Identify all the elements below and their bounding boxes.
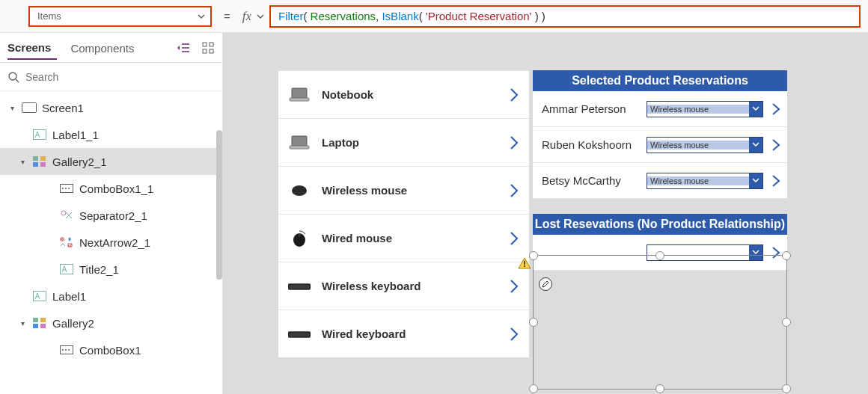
combobox-value: Wireless mouse xyxy=(647,105,749,114)
gallery-icon xyxy=(31,155,48,168)
property-name: Items xyxy=(37,10,61,22)
svg-rect-37 xyxy=(524,261,525,265)
product-combobox[interactable] xyxy=(647,244,763,261)
svg-rect-3 xyxy=(210,49,213,53)
product-name: Wireless mouse xyxy=(322,184,496,197)
combobox-dropdown-button[interactable] xyxy=(749,102,762,117)
product-combobox[interactable]: Wireless mouse xyxy=(647,137,763,153)
chevron-right-icon[interactable] xyxy=(507,135,522,150)
svg-point-4 xyxy=(9,73,16,80)
search-icon xyxy=(7,71,19,83)
right-column: Selected Product Reservations Ammar Pete… xyxy=(533,70,787,271)
formula-token: 'Product Reservation' xyxy=(426,10,532,22)
formula-input[interactable]: Filter ( Reservations , IsBlank ( 'Produ… xyxy=(269,5,861,28)
svg-point-12 xyxy=(62,188,64,189)
svg-rect-20 xyxy=(40,318,46,322)
svg-rect-19 xyxy=(33,318,38,322)
chevron-down-icon xyxy=(256,12,265,21)
svg-rect-21 xyxy=(33,324,38,328)
formula-token: Filter xyxy=(278,10,303,22)
product-row[interactable]: Wired mouse xyxy=(278,214,529,262)
svg-rect-5 xyxy=(22,103,37,113)
svg-rect-9 xyxy=(33,162,38,167)
tree-item-label1[interactable]: ▾ Label1 xyxy=(0,283,222,310)
formula-token: IsBlank xyxy=(382,10,418,22)
edit-template-button[interactable] xyxy=(539,277,552,291)
svg-rect-6 xyxy=(34,130,46,140)
formula-token: ) xyxy=(539,10,545,22)
chevron-right-icon[interactable] xyxy=(507,231,522,246)
tree-item-combobox1[interactable]: ComboBox1 xyxy=(0,336,222,363)
combobox-dropdown-button[interactable] xyxy=(749,173,762,188)
chevron-down-icon xyxy=(197,12,206,21)
warning-icon xyxy=(518,257,531,269)
product-row[interactable]: Notebook xyxy=(278,70,529,118)
svg-point-26 xyxy=(68,349,70,351)
screen-icon xyxy=(21,101,37,114)
tree-item-nextarrow2-1[interactable]: NextArrow2_1 xyxy=(0,229,222,256)
product-name: Wired mouse xyxy=(322,232,496,244)
tab-screens[interactable]: Screens xyxy=(7,35,57,60)
tab-components[interactable]: Components xyxy=(70,36,140,59)
svg-rect-34 xyxy=(290,285,309,289)
fx-button[interactable]: fx xyxy=(242,9,265,24)
product-name: Wireless keyboard xyxy=(322,280,496,292)
selection-outline xyxy=(533,255,787,390)
svg-rect-29 xyxy=(292,136,307,146)
product-row[interactable]: Wireless keyboard xyxy=(278,262,529,310)
svg-point-25 xyxy=(65,349,67,351)
product-row[interactable]: Laptop xyxy=(278,118,529,166)
next-arrow[interactable] xyxy=(771,173,781,188)
product-thumbnail xyxy=(287,134,311,152)
products-gallery[interactable]: NotebookLaptopWireless mouseWired mouseW… xyxy=(278,70,529,357)
tree-item-title2-1[interactable]: Title2_1 xyxy=(0,256,222,283)
combobox-dropdown-button[interactable] xyxy=(749,245,762,260)
product-name: Laptop xyxy=(322,136,496,149)
product-combobox[interactable]: Wireless mouse xyxy=(647,101,763,117)
tree-scrollbar[interactable] xyxy=(216,130,222,280)
lost-reservation-row[interactable] xyxy=(533,235,787,271)
svg-rect-27 xyxy=(292,88,307,98)
svg-rect-18 xyxy=(34,292,46,301)
person-name: Ammar Peterson xyxy=(542,102,639,115)
next-arrow[interactable] xyxy=(771,138,781,153)
chevron-right-icon[interactable] xyxy=(507,183,522,198)
next-arrow[interactable] xyxy=(771,245,781,260)
product-row[interactable]: Wireless mouse xyxy=(278,166,529,214)
tree-item-combobox1-1[interactable]: ComboBox1_1 xyxy=(0,175,222,202)
chevron-down-icon xyxy=(752,250,760,256)
svg-rect-0 xyxy=(203,43,207,46)
combobox-dropdown-button[interactable] xyxy=(749,138,762,153)
product-combobox[interactable]: Wireless mouse xyxy=(647,173,763,189)
tree-item-screen1[interactable]: ▾ Screen1 xyxy=(0,94,222,121)
svg-rect-36 xyxy=(290,333,309,336)
svg-rect-7 xyxy=(33,156,38,161)
grid-view-icon[interactable] xyxy=(201,41,215,55)
reservation-row[interactable]: Ammar PetersonWireless mouse xyxy=(533,91,787,127)
chevron-right-icon[interactable] xyxy=(507,279,522,294)
reservation-row[interactable]: Betsy McCarthyWireless mouse xyxy=(533,163,787,199)
label-icon xyxy=(31,128,48,141)
tree-item-gallery2[interactable]: ▾ Gallery2 xyxy=(0,310,222,336)
design-canvas[interactable]: NotebookLaptopWireless mouseWired mouseW… xyxy=(223,33,868,394)
person-name: Ruben Kokshoorn xyxy=(542,138,639,151)
svg-point-31 xyxy=(292,185,307,196)
svg-rect-8 xyxy=(40,156,46,161)
formula-token: Reservations xyxy=(311,10,376,22)
tree-item-separator2-1[interactable]: Separator2_1 xyxy=(0,202,222,229)
gallery-icon xyxy=(31,316,48,330)
tree-item-label1-1[interactable]: ▾ Label1_1 xyxy=(0,121,222,148)
control-tree: ▾ Screen1 ▾ Label1_1 ▾ Gallery2_1 ComboB… xyxy=(0,91,222,371)
tree-search-input[interactable] xyxy=(25,71,215,83)
product-row[interactable]: Wired keyboard xyxy=(278,310,529,357)
tree-item-gallery2-1[interactable]: ▾ Gallery2_1 xyxy=(0,148,222,175)
product-thumbnail xyxy=(287,86,311,104)
selected-reservations-title: Selected Product Reservations xyxy=(533,70,787,91)
next-arrow[interactable] xyxy=(771,102,781,117)
chevron-right-icon[interactable] xyxy=(507,87,522,102)
chevron-right-icon[interactable] xyxy=(507,327,522,342)
property-dropdown[interactable]: Items xyxy=(28,6,212,27)
reservation-row[interactable]: Ruben KokshoornWireless mouse xyxy=(533,127,787,163)
tree-collapse-icon[interactable] xyxy=(177,41,191,55)
combobox-icon xyxy=(58,343,75,357)
